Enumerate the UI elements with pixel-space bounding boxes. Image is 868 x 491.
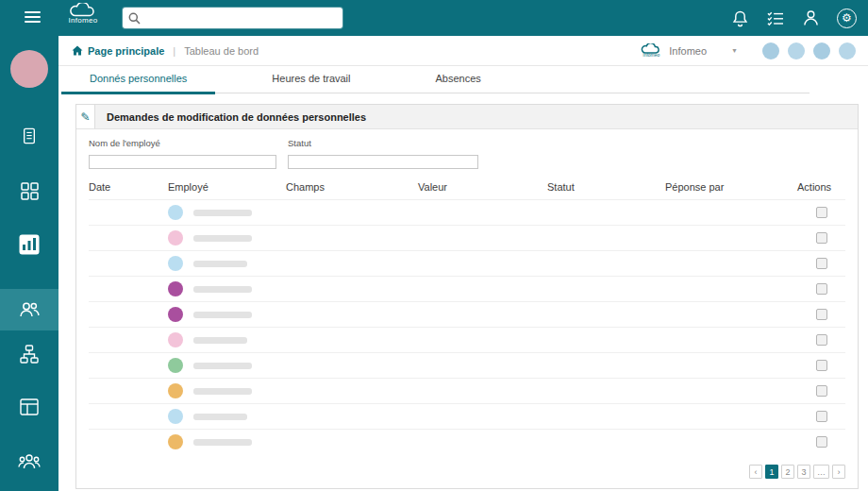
employee-name-skeleton xyxy=(193,337,247,344)
table-row xyxy=(89,429,845,454)
status-filter-label: Statut xyxy=(288,138,478,148)
employee-avatar xyxy=(168,307,183,322)
row-action-checkbox[interactable] xyxy=(816,385,827,397)
employee-name-skeleton xyxy=(193,414,247,420)
settings-gear-icon[interactable]: ⚙ xyxy=(837,8,857,28)
header-avatar-placeholder xyxy=(839,42,856,59)
company-logo: Infomeo xyxy=(641,43,661,58)
table-header-row: Date Employé Champs Valeur Statut Pépons… xyxy=(89,181,845,199)
column-header-statut: Statut xyxy=(547,181,665,193)
employee-avatar xyxy=(168,358,183,373)
sidebar-item-org-chart[interactable] xyxy=(0,345,58,364)
pagination-page-1[interactable]: 1 xyxy=(765,465,778,479)
table-row xyxy=(89,225,845,250)
user-icon[interactable] xyxy=(803,9,819,26)
dashboard-tile-icon xyxy=(19,234,40,255)
employee-name-filter: Nom de l'employé xyxy=(89,138,276,169)
row-action-checkbox[interactable] xyxy=(816,334,827,346)
breadcrumb-bar: Page principale | Tableau de bord Infome… xyxy=(58,36,868,66)
company-logo-caption: Infomeo xyxy=(641,52,661,58)
employee-name-skeleton xyxy=(193,388,252,395)
employee-avatar xyxy=(168,281,183,296)
pagination-page-3[interactable]: 3 xyxy=(797,465,810,479)
document-icon xyxy=(22,127,37,145)
pagination-pages: 123… xyxy=(765,465,829,479)
search-icon xyxy=(128,12,141,25)
org-chart-icon xyxy=(20,345,39,364)
header-avatar-placeholder xyxy=(788,42,805,59)
column-header-actions: Actions xyxy=(797,181,845,193)
employee-avatar xyxy=(168,409,183,424)
breadcrumb-home-link[interactable]: Page principale xyxy=(72,45,164,57)
hamburger-menu-icon[interactable] xyxy=(25,11,41,25)
row-action-checkbox[interactable] xyxy=(816,436,827,448)
table-row xyxy=(89,352,845,378)
breadcrumb-home-label: Page principale xyxy=(88,45,164,57)
employee-name-filter-input[interactable] xyxy=(89,155,276,169)
pagination: ‹ 123… › xyxy=(89,465,845,479)
row-action-checkbox[interactable] xyxy=(816,258,827,269)
sidebar-item-apps[interactable] xyxy=(0,181,58,200)
tabs-bar: Donnés personnelles Heures de travail Ab… xyxy=(61,68,810,93)
brand-caption: Infomeo xyxy=(58,16,108,25)
topbar: Infomeo xyxy=(0,0,868,36)
search-input[interactable] xyxy=(145,12,337,24)
notifications-bell-icon[interactable] xyxy=(732,9,748,27)
column-header-reponse-par: Péponse par xyxy=(665,181,797,193)
app-root: Infomeo xyxy=(0,0,868,491)
row-action-checkbox[interactable] xyxy=(816,411,827,422)
row-action-checkbox[interactable] xyxy=(816,207,827,218)
sidebar-item-employees[interactable] xyxy=(0,289,58,330)
breadcrumb-separator: | xyxy=(173,45,175,57)
panel-title: Demandes de modification de données pers… xyxy=(95,105,858,128)
row-action-checkbox[interactable] xyxy=(816,283,827,295)
pagination-page-2[interactable]: 2 xyxy=(781,465,794,479)
table-row xyxy=(89,403,845,429)
employee-name-skeleton xyxy=(193,312,252,318)
status-filter-input[interactable] xyxy=(288,155,478,169)
sidebar-item-documents[interactable] xyxy=(0,127,58,145)
table-body xyxy=(89,199,845,454)
edit-pencil-icon: ✎ xyxy=(76,105,95,128)
task-list-icon[interactable] xyxy=(766,10,785,26)
tab-donnees-personnelles[interactable]: Donnés personnelles xyxy=(61,67,215,94)
employee-name-skeleton xyxy=(193,235,252,242)
sidebar-user-avatar[interactable] xyxy=(0,50,58,88)
row-action-checkbox[interactable] xyxy=(816,360,827,371)
pagination-next-button[interactable]: › xyxy=(832,465,845,479)
pagination-ellipsis[interactable]: … xyxy=(813,465,829,479)
header-avatar-placeholder xyxy=(813,42,830,59)
employee-name-skeleton xyxy=(193,439,252,446)
employee-avatar xyxy=(168,230,183,246)
company-selector[interactable]: Infomeo Infomeo ▼ xyxy=(641,43,738,58)
requests-panel: ✎ Demandes de modification de données pe… xyxy=(75,104,859,489)
company-name: Infomeo xyxy=(669,45,707,57)
panel-body: Nom de l'employé Statut Date Employé Cha… xyxy=(76,129,858,488)
tab-heures-de-travail[interactable]: Heures de travail xyxy=(243,67,378,94)
topbar-actions: ⚙ xyxy=(732,0,857,36)
sidebar-item-layout[interactable] xyxy=(0,398,58,416)
row-action-checkbox[interactable] xyxy=(816,309,827,320)
sidebar-item-dashboard[interactable] xyxy=(0,234,58,255)
column-header-valeur: Valeur xyxy=(418,181,547,193)
employee-avatar xyxy=(168,332,183,347)
panel-header: ✎ Demandes de modification de données pe… xyxy=(76,105,858,129)
sidebar-item-team[interactable] xyxy=(0,452,58,471)
employees-icon xyxy=(19,301,40,318)
pagination-prev-button[interactable]: ‹ xyxy=(749,465,762,479)
table-row xyxy=(89,327,845,352)
column-header-champs: Champs xyxy=(286,181,418,193)
breadcrumb-current: Tableau de bord xyxy=(184,45,259,57)
tab-absences[interactable]: Absences xyxy=(408,67,509,94)
brand-logo[interactable]: Infomeo xyxy=(58,3,108,25)
column-header-date: Date xyxy=(89,181,168,193)
table-row xyxy=(89,301,845,327)
chevron-down-icon: ▼ xyxy=(731,47,738,54)
cloud-icon xyxy=(69,3,97,17)
employee-name-skeleton xyxy=(193,286,252,293)
search-box[interactable] xyxy=(123,8,342,28)
avatar xyxy=(10,50,48,88)
table-row xyxy=(89,378,845,403)
employee-name-skeleton xyxy=(193,261,247,267)
row-action-checkbox[interactable] xyxy=(816,232,827,244)
